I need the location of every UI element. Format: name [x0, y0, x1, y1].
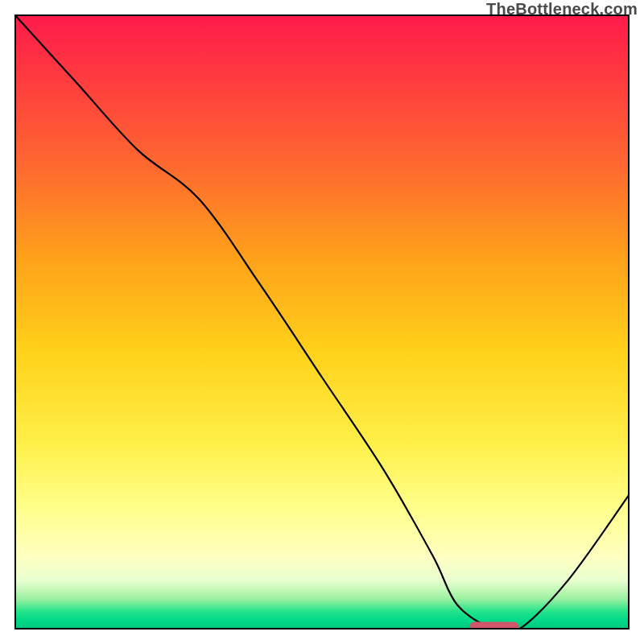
chart-container: TheBottleneck.com — [0, 0, 644, 644]
plot-gradient-background — [14, 14, 630, 630]
